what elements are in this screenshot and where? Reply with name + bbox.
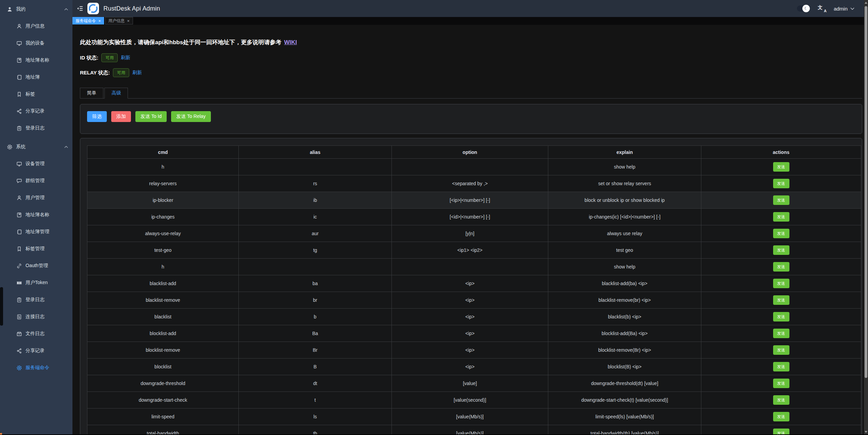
send-button[interactable]: 发送 <box>773 312 789 321</box>
sidebar-item[interactable]: 分享记录 <box>0 342 72 359</box>
sidebar: 我的用户信息我的设备地址簿名称地址簿标签分享记录登录日志系统设备管理群组管理用户… <box>0 0 72 434</box>
actions-cell: 发送 <box>701 342 861 359</box>
scroll-down-arrow-icon[interactable] <box>865 431 867 433</box>
send-button[interactable]: 发送 <box>773 162 789 172</box>
explain-cell: always use relay <box>548 225 701 242</box>
table-row: blacklist-addba<ip>blacklist-add(ba) <ip… <box>87 275 861 292</box>
address-book-icon <box>16 212 22 218</box>
wiki-link[interactable]: WIKI <box>284 39 297 46</box>
sidebar-section-header[interactable]: 我的 <box>0 1 72 18</box>
sidebar-item[interactable]: Oauth管理 <box>0 257 72 274</box>
table-row: downgrade-start-checkt[value(second)]dow… <box>87 392 861 408</box>
tab-advanced[interactable]: 高级 <box>104 88 128 99</box>
sidebar-item[interactable]: 分享记录 <box>0 103 72 120</box>
workspace-tab-server-command[interactable]: 服务端命令 × <box>72 17 104 24</box>
alias-cell: B <box>239 359 392 375</box>
sidebar-item[interactable]: 设备管理 <box>0 155 72 172</box>
sidebar-item[interactable]: 连接日志 <box>0 308 72 325</box>
sidebar-item[interactable]: 用户管理 <box>0 189 72 206</box>
sidebar-item[interactable]: 标签 <box>0 86 72 103</box>
send-button[interactable]: 发送 <box>773 379 789 388</box>
cmd-cell: blacklist <box>87 309 239 325</box>
sidebar-scrollbar-thumb[interactable] <box>0 287 3 326</box>
send-button[interactable]: 发送 <box>773 179 789 188</box>
sidebar-item[interactable]: 用户信息 <box>0 18 72 35</box>
sidebar-item[interactable]: 文件日志 <box>0 325 72 342</box>
alias-cell <box>239 259 392 275</box>
chevron-up-icon <box>64 8 68 11</box>
cmd-cell: downgrade-start-check <box>87 392 239 408</box>
cmd-cell: downgrade-threshold <box>87 375 239 392</box>
relay-refresh-link[interactable]: 刷新 <box>132 70 142 76</box>
send-button[interactable]: 发送 <box>773 229 789 238</box>
close-icon[interactable]: × <box>98 19 101 23</box>
send-button[interactable]: 发送 <box>773 295 789 305</box>
sidebar-item[interactable]: 地址簿名称 <box>0 206 72 223</box>
sidebar-item[interactable]: 地址簿 <box>0 69 72 86</box>
send-button[interactable]: 发送 <box>773 212 789 222</box>
sidebar-item[interactable]: 地址簿名称 <box>0 52 72 69</box>
send-button[interactable]: 发送 <box>773 195 789 205</box>
bookmark-icon <box>16 91 22 97</box>
send-to-relay-button[interactable]: 发送 To Relay <box>171 111 211 122</box>
relay-status-badge[interactable]: 可用 <box>113 68 129 77</box>
collapse-sidebar-icon[interactable] <box>77 5 83 12</box>
sidebar-item[interactable]: 标签管理 <box>0 240 72 257</box>
send-to-id-button[interactable]: 发送 To Id <box>135 111 167 122</box>
notebook-icon <box>16 74 22 80</box>
page-scrollbar[interactable] <box>864 0 868 435</box>
user-dropdown[interactable]: admin <box>834 6 854 12</box>
table-row: blacklistb<ip>blacklist(b) <ip>发送 <box>87 309 861 325</box>
sidebar-item[interactable]: 用户Token <box>0 274 72 291</box>
send-button[interactable]: 发送 <box>773 262 789 272</box>
cmd-cell: total-bandwidth <box>87 425 239 435</box>
translate-icon[interactable]: 文A <box>818 5 826 12</box>
send-button[interactable]: 发送 <box>773 412 789 421</box>
table-row: ip-changesic[<id>|<number>] [-]ip-change… <box>87 209 861 225</box>
sidebar-item-label: 登录日志 <box>26 297 45 303</box>
sidebar-item[interactable]: 登录日志 <box>0 291 72 308</box>
id-status-badge[interactable]: 可用 <box>101 53 118 62</box>
dark-mode-toggle[interactable]: ☾ <box>797 5 810 12</box>
sidebar-item[interactable]: 群组管理 <box>0 172 72 189</box>
alias-cell: dt <box>239 375 392 392</box>
clipboard-icon <box>16 297 22 303</box>
explain-cell: blocklist-remove(Br) <ip> <box>548 342 701 359</box>
sidebar-section-header[interactable]: 系统 <box>0 138 72 155</box>
table-row: test-geotg<ip1> <ip2>test geo发送 <box>87 242 861 259</box>
mode-tabs-divider <box>80 98 862 99</box>
filter-button[interactable]: 筛选 <box>87 111 107 122</box>
send-button[interactable]: 发送 <box>773 395 789 405</box>
actions-cell: 发送 <box>701 292 861 309</box>
cmd-cell: test-geo <box>87 242 239 259</box>
sidebar-item-label: 分享记录 <box>26 108 45 114</box>
sidebar-item-label: 登录日志 <box>26 125 45 131</box>
add-button[interactable]: 添加 <box>111 111 131 122</box>
send-button[interactable]: 发送 <box>773 329 789 338</box>
scroll-up-arrow-icon[interactable] <box>865 2 867 4</box>
sidebar-item[interactable]: 服务端命令 <box>0 359 72 376</box>
explain-cell: ip-changes(ic) [<id>|<number>] [-] <box>548 209 701 225</box>
sidebar-item-label: 标签管理 <box>26 246 45 252</box>
send-button[interactable]: 发送 <box>773 245 789 255</box>
sidebar-item[interactable]: 登录日志 <box>0 120 72 137</box>
close-icon[interactable]: × <box>127 19 130 23</box>
column-header-explain: explain <box>548 146 701 159</box>
sidebar-item[interactable]: 我的设备 <box>0 35 72 52</box>
send-button[interactable]: 发送 <box>773 279 789 288</box>
send-button[interactable]: 发送 <box>773 345 789 355</box>
option-cell: [<ip>|<number>] [-] <box>392 192 548 209</box>
tab-simple[interactable]: 简单 <box>80 88 103 99</box>
alias-cell: b <box>239 309 392 325</box>
id-refresh-link[interactable]: 刷新 <box>121 55 130 61</box>
mode-tabs: 简单 高级 <box>80 88 862 99</box>
send-button[interactable]: 发送 <box>773 362 789 371</box>
sidebar-item[interactable]: 地址簿管理 <box>0 223 72 240</box>
workspace-tab-user-info[interactable]: 用户信息 × <box>105 17 133 24</box>
scrollbar-thumb[interactable] <box>865 6 867 378</box>
sidebar-item-label: 用户Token <box>26 280 48 286</box>
explain-cell: blocklist(B) <ip> <box>548 359 701 375</box>
sidebar-section-label: 我的 <box>16 6 61 12</box>
actions-cell: 发送 <box>701 408 861 425</box>
option-cell: <ip> <box>392 359 548 375</box>
